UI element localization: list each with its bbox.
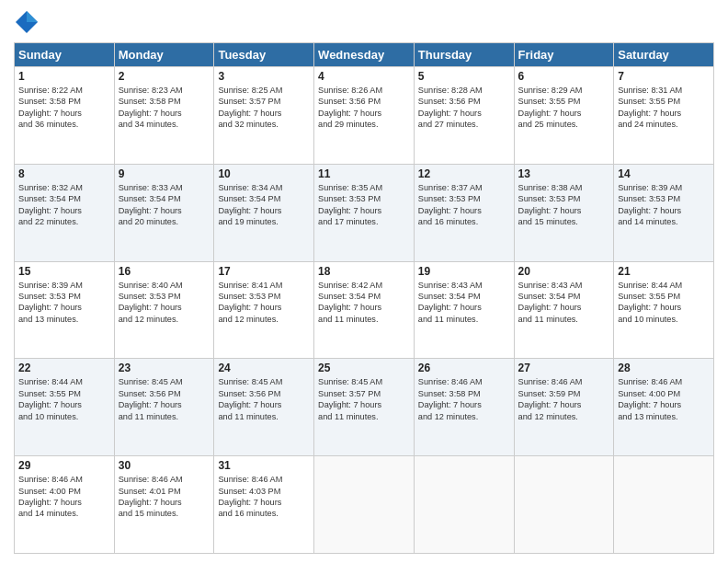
day-number: 24: [218, 362, 310, 374]
logo-icon: [14, 9, 40, 35]
calendar-cell: 3Sunrise: 8:25 AM Sunset: 3:57 PM Daylig…: [214, 67, 314, 165]
calendar-cell: 9Sunrise: 8:33 AM Sunset: 3:54 PM Daylig…: [114, 164, 214, 261]
day-number: 5: [418, 70, 510, 83]
week-row-2: 15Sunrise: 8:39 AM Sunset: 3:53 PM Dayli…: [15, 261, 714, 359]
day-number: 7: [618, 70, 710, 83]
calendar-cell: 22Sunrise: 8:44 AM Sunset: 3:55 PM Dayli…: [15, 359, 115, 456]
calendar-cell: 20Sunrise: 8:43 AM Sunset: 3:54 PM Dayli…: [514, 261, 614, 359]
day-number: 28: [618, 362, 710, 374]
calendar-cell: 1Sunrise: 8:22 AM Sunset: 3:58 PM Daylig…: [15, 67, 115, 165]
day-number: 17: [218, 265, 310, 278]
day-number: 26: [418, 362, 510, 374]
calendar-cell: 12Sunrise: 8:37 AM Sunset: 3:53 PM Dayli…: [414, 164, 514, 261]
day-number: 25: [318, 362, 410, 374]
calendar-cell: 5Sunrise: 8:28 AM Sunset: 3:56 PM Daylig…: [414, 67, 514, 165]
calendar-cell: [614, 456, 714, 554]
day-number: 2: [119, 70, 210, 83]
day-number: 13: [518, 167, 610, 180]
cell-info: Sunrise: 8:46 AM Sunset: 4:01 PM Dayligh…: [119, 474, 210, 520]
header: [14, 9, 714, 35]
calendar-cell: 4Sunrise: 8:26 AM Sunset: 3:56 PM Daylig…: [314, 67, 415, 165]
day-number: 30: [119, 459, 210, 472]
calendar-cell: 29Sunrise: 8:46 AM Sunset: 4:00 PM Dayli…: [15, 456, 115, 554]
week-row-4: 29Sunrise: 8:46 AM Sunset: 4:00 PM Dayli…: [15, 456, 714, 554]
cell-info: Sunrise: 8:34 AM Sunset: 3:54 PM Dayligh…: [218, 182, 310, 228]
calendar-cell: 21Sunrise: 8:44 AM Sunset: 3:55 PM Dayli…: [614, 261, 714, 359]
cell-info: Sunrise: 8:46 AM Sunset: 3:59 PM Dayligh…: [518, 376, 610, 422]
day-number: 14: [618, 167, 710, 180]
day-number: 16: [119, 265, 210, 278]
calendar-cell: 25Sunrise: 8:45 AM Sunset: 3:57 PM Dayli…: [314, 359, 415, 456]
day-number: 3: [218, 70, 310, 83]
day-number: 10: [218, 167, 310, 180]
weekday-header-thursday: Thursday: [414, 43, 514, 67]
calendar-cell: 7Sunrise: 8:31 AM Sunset: 3:55 PM Daylig…: [614, 67, 714, 165]
calendar-cell: 19Sunrise: 8:43 AM Sunset: 3:54 PM Dayli…: [414, 261, 514, 359]
cell-info: Sunrise: 8:43 AM Sunset: 3:54 PM Dayligh…: [518, 280, 610, 326]
weekday-header-saturday: Saturday: [614, 43, 714, 67]
day-number: 23: [119, 362, 210, 374]
cell-info: Sunrise: 8:22 AM Sunset: 3:58 PM Dayligh…: [18, 85, 110, 131]
day-number: 22: [18, 362, 110, 374]
cell-info: Sunrise: 8:41 AM Sunset: 3:53 PM Dayligh…: [218, 280, 310, 326]
page: SundayMondayTuesdayWednesdayThursdayFrid…: [0, 0, 728, 563]
calendar-cell: [514, 456, 614, 554]
cell-info: Sunrise: 8:46 AM Sunset: 4:00 PM Dayligh…: [18, 474, 110, 520]
day-number: 1: [18, 70, 110, 83]
calendar-cell: [314, 456, 415, 554]
weekday-header-sunday: Sunday: [15, 43, 115, 67]
logo: [14, 9, 43, 35]
day-number: 18: [318, 265, 410, 278]
day-number: 8: [18, 167, 110, 180]
week-row-3: 22Sunrise: 8:44 AM Sunset: 3:55 PM Dayli…: [15, 359, 714, 456]
cell-info: Sunrise: 8:25 AM Sunset: 3:57 PM Dayligh…: [218, 85, 310, 131]
calendar-cell: 16Sunrise: 8:40 AM Sunset: 3:53 PM Dayli…: [114, 261, 214, 359]
calendar-cell: 14Sunrise: 8:39 AM Sunset: 3:53 PM Dayli…: [614, 164, 714, 261]
calendar-cell: 31Sunrise: 8:46 AM Sunset: 4:03 PM Dayli…: [214, 456, 314, 554]
weekday-header-wednesday: Wednesday: [314, 43, 415, 67]
day-number: 12: [418, 167, 510, 180]
day-number: 4: [318, 70, 410, 83]
cell-info: Sunrise: 8:32 AM Sunset: 3:54 PM Dayligh…: [18, 182, 110, 228]
cell-info: Sunrise: 8:39 AM Sunset: 3:53 PM Dayligh…: [18, 280, 110, 326]
calendar-cell: 11Sunrise: 8:35 AM Sunset: 3:53 PM Dayli…: [314, 164, 415, 261]
day-number: 20: [518, 265, 610, 278]
cell-info: Sunrise: 8:45 AM Sunset: 3:57 PM Dayligh…: [318, 376, 410, 422]
day-number: 11: [318, 167, 410, 180]
cell-info: Sunrise: 8:35 AM Sunset: 3:53 PM Dayligh…: [318, 182, 410, 228]
cell-info: Sunrise: 8:42 AM Sunset: 3:54 PM Dayligh…: [318, 280, 410, 326]
calendar-cell: 2Sunrise: 8:23 AM Sunset: 3:58 PM Daylig…: [114, 67, 214, 165]
cell-info: Sunrise: 8:26 AM Sunset: 3:56 PM Dayligh…: [318, 85, 410, 131]
cell-info: Sunrise: 8:46 AM Sunset: 3:58 PM Dayligh…: [418, 376, 510, 422]
cell-info: Sunrise: 8:45 AM Sunset: 3:56 PM Dayligh…: [119, 376, 210, 422]
calendar-cell: 24Sunrise: 8:45 AM Sunset: 3:56 PM Dayli…: [214, 359, 314, 456]
day-number: 21: [618, 265, 710, 278]
svg-marker-1: [27, 11, 38, 22]
cell-info: Sunrise: 8:39 AM Sunset: 3:53 PM Dayligh…: [618, 182, 710, 228]
calendar-cell: 13Sunrise: 8:38 AM Sunset: 3:53 PM Dayli…: [514, 164, 614, 261]
weekday-header-tuesday: Tuesday: [214, 43, 314, 67]
calendar-cell: 17Sunrise: 8:41 AM Sunset: 3:53 PM Dayli…: [214, 261, 314, 359]
day-number: 19: [418, 265, 510, 278]
calendar-cell: 8Sunrise: 8:32 AM Sunset: 3:54 PM Daylig…: [15, 164, 115, 261]
day-number: 9: [119, 167, 210, 180]
cell-info: Sunrise: 8:46 AM Sunset: 4:03 PM Dayligh…: [218, 474, 310, 520]
cell-info: Sunrise: 8:31 AM Sunset: 3:55 PM Dayligh…: [618, 85, 710, 131]
calendar-cell: 6Sunrise: 8:29 AM Sunset: 3:55 PM Daylig…: [514, 67, 614, 165]
calendar-cell: 26Sunrise: 8:46 AM Sunset: 3:58 PM Dayli…: [414, 359, 514, 456]
weekday-header-friday: Friday: [514, 43, 614, 67]
cell-info: Sunrise: 8:44 AM Sunset: 3:55 PM Dayligh…: [618, 280, 710, 326]
cell-info: Sunrise: 8:45 AM Sunset: 3:56 PM Dayligh…: [218, 376, 310, 422]
day-number: 27: [518, 362, 610, 374]
day-number: 31: [218, 459, 310, 472]
cell-info: Sunrise: 8:46 AM Sunset: 4:00 PM Dayligh…: [618, 376, 710, 422]
calendar-cell: 28Sunrise: 8:46 AM Sunset: 4:00 PM Dayli…: [614, 359, 714, 456]
cell-info: Sunrise: 8:33 AM Sunset: 3:54 PM Dayligh…: [119, 182, 210, 228]
day-number: 6: [518, 70, 610, 83]
cell-info: Sunrise: 8:40 AM Sunset: 3:53 PM Dayligh…: [119, 280, 210, 326]
cell-info: Sunrise: 8:28 AM Sunset: 3:56 PM Dayligh…: [418, 85, 510, 131]
cell-info: Sunrise: 8:38 AM Sunset: 3:53 PM Dayligh…: [518, 182, 610, 228]
calendar-cell: 10Sunrise: 8:34 AM Sunset: 3:54 PM Dayli…: [214, 164, 314, 261]
cell-info: Sunrise: 8:37 AM Sunset: 3:53 PM Dayligh…: [418, 182, 510, 228]
calendar-cell: [414, 456, 514, 554]
